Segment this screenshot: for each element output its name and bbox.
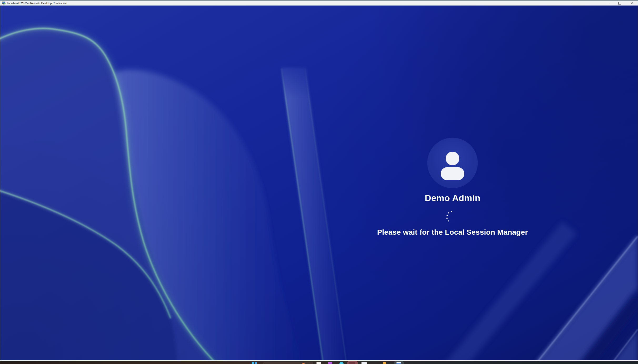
host-taskbar[interactable] — [0, 361, 638, 364]
teal-circle-app-icon[interactable] — [339, 362, 344, 364]
person-icon — [427, 138, 478, 188]
purple-app-icon[interactable] — [328, 362, 332, 364]
white-app-icon[interactable] — [361, 362, 367, 364]
signin-panel: Demo Admin Please wait for the Local Ses… — [374, 138, 531, 237]
maximize-icon — [618, 2, 621, 4]
search-highlights-icon — [302, 363, 305, 364]
stacked-windows-icon[interactable] — [347, 361, 358, 364]
window-title: localhost:62975 - Remote Desktop Connect… — [7, 2, 67, 5]
user-avatar — [427, 138, 478, 188]
loading-spinner — [445, 209, 460, 223]
minimize-button[interactable] — [601, 1, 614, 6]
rdp-connection-window: localhost:62975 - Remote Desktop Connect… — [0, 0, 638, 364]
window-title-bar[interactable]: localhost:62975 - Remote Desktop Connect… — [0, 1, 638, 6]
maximize-button[interactable] — [614, 1, 626, 6]
status-message: Please wait for the Local Session Manage… — [377, 228, 528, 237]
close-button[interactable]: × — [626, 1, 638, 6]
search-box[interactable] — [263, 362, 313, 364]
remote-desktop-icon — [2, 2, 6, 5]
window-app-icon[interactable] — [394, 361, 404, 364]
remote-desktop-viewport: Demo Admin Please wait for the Local Ses… — [0, 6, 638, 360]
folder-icon[interactable] — [383, 362, 386, 364]
minimize-icon — [606, 3, 609, 3]
user-name: Demo Admin — [425, 193, 480, 203]
document-icon[interactable] — [317, 362, 321, 364]
windows-bloom-wallpaper — [0, 6, 638, 360]
